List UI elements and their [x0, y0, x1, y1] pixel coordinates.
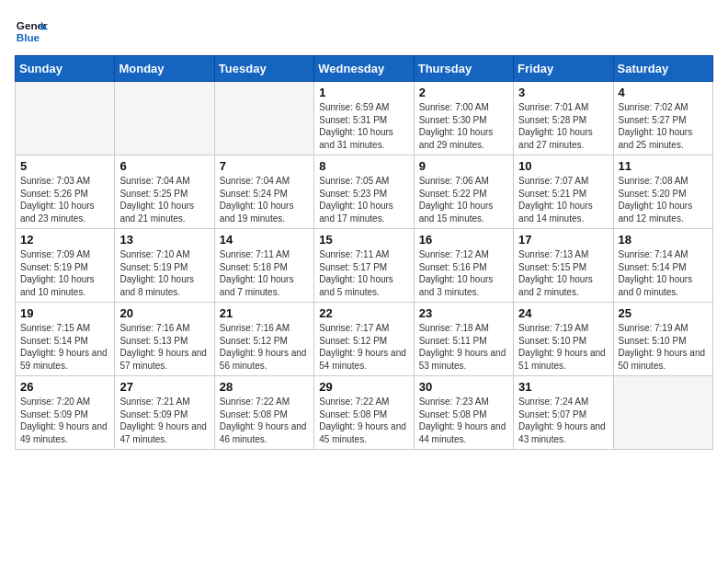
- cell-daylight: Daylight: 10 hours and 27 minutes.: [518, 126, 608, 151]
- cell-sunrise: Sunrise: 7:10 AM: [119, 248, 209, 261]
- calendar-cell: 27 Sunrise: 7:21 AM Sunset: 5:09 PM Dayl…: [115, 376, 214, 450]
- cell-daylight: Daylight: 9 hours and 59 minutes.: [20, 347, 109, 372]
- cell-sunrise: Sunrise: 7:23 AM: [419, 396, 508, 408]
- calendar-cell: 6 Sunrise: 7:04 AM Sunset: 5:25 PM Dayli…: [115, 155, 214, 229]
- calendar-cell: 13 Sunrise: 7:10 AM Sunset: 5:19 PM Dayl…: [115, 229, 214, 303]
- weekday-header-friday: Friday: [514, 56, 613, 82]
- calendar-cell: 20 Sunrise: 7:16 AM Sunset: 5:13 PM Dayl…: [115, 303, 214, 376]
- day-number: 25: [619, 306, 708, 320]
- cell-sunset: Sunset: 5:12 PM: [220, 335, 309, 348]
- day-number: 12: [20, 233, 109, 247]
- week-row-2: 5 Sunrise: 7:03 AM Sunset: 5:26 PM Dayli…: [16, 155, 713, 229]
- cell-sunrise: Sunrise: 7:13 AM: [518, 248, 608, 261]
- cell-sunset: Sunset: 5:12 PM: [319, 335, 408, 348]
- day-number: 24: [518, 306, 608, 320]
- cell-sunrise: Sunrise: 7:17 AM: [319, 322, 408, 335]
- cell-sunrise: Sunrise: 7:07 AM: [518, 175, 608, 188]
- calendar-cell: 19 Sunrise: 7:15 AM Sunset: 5:14 PM Dayl…: [16, 303, 115, 376]
- cell-sunset: Sunset: 5:08 PM: [419, 408, 508, 421]
- day-number: 19: [20, 306, 109, 320]
- cell-sunset: Sunset: 5:19 PM: [119, 261, 209, 274]
- cell-daylight: Daylight: 10 hours and 10 minutes.: [20, 273, 109, 298]
- calendar-cell: 14 Sunrise: 7:11 AM Sunset: 5:18 PM Dayl…: [214, 229, 313, 303]
- cell-sunrise: Sunrise: 7:06 AM: [419, 175, 508, 188]
- day-number: 31: [518, 380, 608, 394]
- day-number: 29: [319, 380, 408, 394]
- cell-daylight: Daylight: 9 hours and 51 minutes.: [518, 347, 608, 372]
- calendar-cell: 24 Sunrise: 7:19 AM Sunset: 5:10 PM Dayl…: [514, 303, 613, 376]
- calendar-cell: 12 Sunrise: 7:09 AM Sunset: 5:19 PM Dayl…: [16, 229, 115, 303]
- cell-sunset: Sunset: 5:13 PM: [119, 335, 209, 348]
- calendar-cell: 8 Sunrise: 7:05 AM Sunset: 5:23 PM Dayli…: [314, 155, 414, 229]
- day-number: 18: [619, 233, 708, 247]
- day-number: 1: [319, 86, 408, 99]
- cell-daylight: Daylight: 9 hours and 43 minutes.: [518, 420, 608, 445]
- svg-text:Blue: Blue: [17, 31, 40, 43]
- logo: General Blue: [15, 15, 48, 48]
- calendar-cell: 26 Sunrise: 7:20 AM Sunset: 5:09 PM Dayl…: [16, 376, 115, 450]
- cell-daylight: Daylight: 9 hours and 49 minutes.: [20, 420, 109, 445]
- week-row-5: 26 Sunrise: 7:20 AM Sunset: 5:09 PM Dayl…: [16, 376, 713, 450]
- cell-sunset: Sunset: 5:16 PM: [419, 261, 508, 274]
- day-number: 27: [119, 380, 209, 394]
- cell-daylight: Daylight: 10 hours and 15 minutes.: [419, 200, 508, 224]
- cell-daylight: Daylight: 9 hours and 47 minutes.: [119, 420, 209, 445]
- cell-sunrise: Sunrise: 7:15 AM: [20, 322, 109, 335]
- cell-daylight: Daylight: 10 hours and 23 minutes.: [20, 200, 109, 224]
- day-number: 2: [419, 86, 508, 99]
- cell-daylight: Daylight: 10 hours and 14 minutes.: [518, 200, 608, 224]
- cell-daylight: Daylight: 9 hours and 44 minutes.: [419, 420, 508, 445]
- day-number: 8: [319, 159, 408, 173]
- cell-sunset: Sunset: 5:28 PM: [518, 114, 608, 127]
- week-row-4: 19 Sunrise: 7:15 AM Sunset: 5:14 PM Dayl…: [16, 303, 713, 376]
- cell-sunrise: Sunrise: 7:09 AM: [20, 248, 109, 261]
- cell-sunset: Sunset: 5:30 PM: [419, 114, 508, 127]
- calendar-cell: 22 Sunrise: 7:17 AM Sunset: 5:12 PM Dayl…: [314, 303, 414, 376]
- day-number: 4: [619, 86, 708, 99]
- cell-daylight: Daylight: 10 hours and 12 minutes.: [619, 200, 708, 224]
- cell-sunset: Sunset: 5:08 PM: [220, 408, 309, 421]
- day-number: 6: [119, 159, 209, 173]
- cell-sunrise: Sunrise: 7:03 AM: [20, 175, 109, 188]
- day-number: 21: [220, 306, 309, 320]
- cell-daylight: Daylight: 10 hours and 19 minutes.: [220, 200, 309, 224]
- calendar-cell: [115, 82, 214, 155]
- day-number: 26: [20, 380, 109, 394]
- cell-sunrise: Sunrise: 7:24 AM: [518, 396, 608, 408]
- cell-sunset: Sunset: 5:27 PM: [619, 114, 708, 127]
- weekday-header-tuesday: Tuesday: [214, 56, 313, 82]
- day-number: 15: [319, 233, 408, 247]
- day-number: 5: [20, 159, 109, 173]
- cell-sunrise: Sunrise: 7:00 AM: [419, 101, 508, 114]
- cell-sunrise: Sunrise: 7:04 AM: [220, 175, 309, 188]
- day-number: 23: [419, 306, 508, 320]
- cell-daylight: Daylight: 10 hours and 5 minutes.: [319, 273, 408, 298]
- day-number: 10: [518, 159, 608, 173]
- cell-sunrise: Sunrise: 7:01 AM: [518, 101, 608, 114]
- cell-sunset: Sunset: 5:10 PM: [619, 335, 708, 348]
- day-number: 3: [518, 86, 608, 99]
- cell-sunrise: Sunrise: 7:14 AM: [619, 248, 708, 261]
- calendar-cell: 25 Sunrise: 7:19 AM Sunset: 5:10 PM Dayl…: [613, 303, 712, 376]
- cell-sunrise: Sunrise: 7:04 AM: [119, 175, 209, 188]
- cell-daylight: Daylight: 10 hours and 8 minutes.: [119, 273, 209, 298]
- cell-daylight: Daylight: 9 hours and 46 minutes.: [220, 420, 309, 445]
- calendar-cell: 15 Sunrise: 7:11 AM Sunset: 5:17 PM Dayl…: [314, 229, 414, 303]
- cell-sunset: Sunset: 5:14 PM: [619, 261, 708, 274]
- calendar-cell: [16, 82, 115, 155]
- day-number: 30: [419, 380, 508, 394]
- cell-sunrise: Sunrise: 7:18 AM: [419, 322, 508, 335]
- cell-sunrise: Sunrise: 6:59 AM: [319, 101, 408, 114]
- cell-sunrise: Sunrise: 7:22 AM: [220, 396, 309, 408]
- logo-icon: General Blue: [15, 15, 48, 48]
- cell-daylight: Daylight: 10 hours and 31 minutes.: [319, 126, 408, 151]
- calendar-cell: 16 Sunrise: 7:12 AM Sunset: 5:16 PM Dayl…: [414, 229, 513, 303]
- cell-daylight: Daylight: 9 hours and 57 minutes.: [119, 347, 209, 372]
- cell-sunrise: Sunrise: 7:11 AM: [319, 248, 408, 261]
- calendar-cell: 28 Sunrise: 7:22 AM Sunset: 5:08 PM Dayl…: [214, 376, 313, 450]
- cell-sunset: Sunset: 5:20 PM: [619, 188, 708, 201]
- cell-sunrise: Sunrise: 7:08 AM: [619, 175, 708, 188]
- weekday-header-wednesday: Wednesday: [314, 56, 414, 82]
- cell-daylight: Daylight: 9 hours and 45 minutes.: [319, 420, 408, 445]
- cell-daylight: Daylight: 10 hours and 17 minutes.: [319, 200, 408, 224]
